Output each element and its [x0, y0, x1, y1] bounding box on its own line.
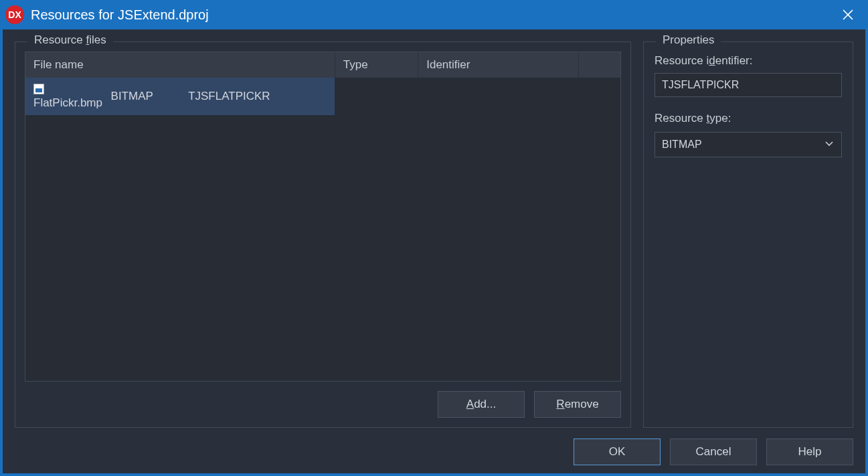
resource-identifier-input[interactable] — [655, 73, 842, 97]
resource-type-label: Resource type: — [655, 112, 842, 125]
upper-panels: Resource files File name Type — [15, 42, 853, 428]
col-header-identifier[interactable]: Identifier — [418, 52, 579, 78]
titlebar: DX Resources for JSExtend.dproj — [0, 0, 868, 29]
resource-type-value: BITMAP — [662, 139, 702, 151]
cell-identifier: TJSFLATPICKR — [180, 78, 258, 115]
chevron-down-icon — [824, 138, 835, 151]
table-row[interactable]: FlatPickr.bmp BITMAP TJSFLATPICKR — [25, 78, 335, 115]
resource-type-select[interactable]: BITMAP — [655, 132, 842, 157]
cell-filename: FlatPickr.bmp — [25, 78, 103, 115]
remove-button[interactable]: Remove — [534, 391, 621, 418]
properties-group: Properties Resource identifier: Resource… — [643, 42, 853, 428]
window-title: Resources for JSExtend.dproj — [31, 7, 833, 23]
resources-dialog: DX Resources for JSExtend.dproj Resource… — [0, 0, 868, 476]
app-logo-icon: DX — [5, 5, 24, 24]
table-header-row: File name Type Identifier — [25, 52, 620, 78]
resource-files-buttons: Add... Remove — [25, 391, 621, 418]
bitmap-file-icon — [33, 84, 44, 94]
col-header-spacer — [579, 52, 620, 78]
close-icon — [843, 9, 853, 20]
dialog-buttons: OK Cancel Help — [15, 428, 853, 465]
add-button[interactable]: Add... — [438, 391, 525, 418]
properties-legend: Properties — [656, 33, 721, 47]
resource-files-group: Resource files File name Type — [15, 42, 631, 428]
col-header-filename[interactable]: File name — [25, 52, 335, 78]
cancel-button[interactable]: Cancel — [670, 439, 757, 465]
help-button[interactable]: Help — [766, 439, 853, 465]
client-area: Resource files File name Type — [3, 29, 865, 473]
close-button[interactable] — [833, 0, 863, 29]
cell-type: BITMAP — [103, 78, 181, 115]
resource-files-legend: Resource files — [27, 33, 113, 47]
resource-identifier-label: Resource identifier: — [655, 54, 842, 68]
resource-files-table[interactable]: File name Type Identifier — [25, 52, 621, 382]
ok-button[interactable]: OK — [574, 439, 661, 465]
col-header-type[interactable]: Type — [335, 52, 418, 78]
